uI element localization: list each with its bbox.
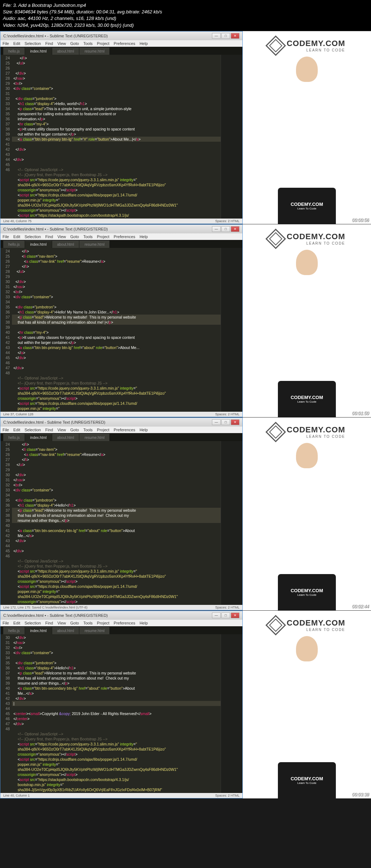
editor-tab[interactable]: resume.html	[79, 47, 109, 55]
minimap[interactable]	[221, 55, 242, 219]
editor-tab[interactable]: hello.js	[3, 47, 25, 55]
editor-tab[interactable]: about.html	[52, 434, 79, 441]
presenter-body: CODEMY.COM Learn To Code	[278, 762, 336, 798]
menu-item[interactable]: Tools	[83, 234, 93, 239]
logo-subtitle: LEARN TO CODE	[287, 241, 345, 245]
menu-item[interactable]: Help	[139, 621, 148, 625]
editor-tab[interactable]: hello.js	[3, 627, 25, 634]
maximize-button[interactable]: □	[221, 419, 230, 425]
code-content[interactable]: </li> </ul> </div> </nav> <br/> <div cla…	[12, 55, 221, 219]
minimap[interactable]	[221, 248, 242, 412]
menu-item[interactable]: Goto	[70, 621, 79, 625]
menu-item[interactable]: Find	[45, 41, 53, 46]
menu-item[interactable]: Selection	[25, 41, 41, 46]
menu-item[interactable]: Goto	[70, 428, 79, 432]
logo-icon	[266, 615, 286, 635]
presenter-panel: CODEMY.COM LEARN TO CODE CODEMY.COM Lear…	[243, 611, 371, 798]
menu-item[interactable]: Tools	[83, 428, 93, 432]
tabbar: hello.jsindex.htmlabout.htmlresume.html	[0, 240, 242, 248]
editor-tab[interactable]: index.html	[25, 241, 52, 248]
editor-tab[interactable]: resume.html	[79, 434, 109, 441]
minimize-button[interactable]: —	[212, 33, 221, 39]
maximize-button[interactable]: □	[221, 612, 230, 618]
menu-item[interactable]: Preferences	[114, 621, 135, 625]
code-editor[interactable]: 30 31 32 33 34 35 36 37 38 39 40 41 42 4…	[0, 634, 242, 793]
menu-item[interactable]: Goto	[70, 234, 79, 239]
menu-item[interactable]: View	[57, 234, 66, 239]
close-button[interactable]: ✕	[231, 33, 239, 39]
menu-item[interactable]: Selection	[25, 428, 41, 432]
close-button[interactable]: ✕	[231, 226, 239, 232]
maximize-button[interactable]: □	[221, 33, 230, 39]
maximize-button[interactable]: □	[221, 226, 230, 232]
logo-subtitle: LEARN TO CODE	[287, 435, 345, 439]
menu-item[interactable]: View	[57, 41, 66, 46]
titlebar[interactable]: C:\nodefiles\index.html - Sublime Text (…	[0, 418, 242, 427]
statusbar: Line 40, Column 75 Spaces: 2 HTML	[0, 219, 242, 224]
code-editor[interactable]: 24 25 26 27 28 29 30 31 32 33 34 35 36 3…	[0, 248, 242, 412]
menu-item[interactable]: Find	[45, 621, 53, 625]
titlebar[interactable]: C:\nodefiles\index.html • - Sublime Text…	[0, 32, 242, 40]
menu-item[interactable]: Selection	[25, 621, 41, 625]
menu-item[interactable]: Edit	[13, 234, 20, 239]
menu-item[interactable]: Tools	[83, 41, 93, 46]
menu-item[interactable]: Project	[97, 41, 109, 46]
editor-tab[interactable]: hello.js	[3, 241, 25, 248]
menu-item[interactable]: Help	[139, 428, 148, 432]
minimap[interactable]	[221, 634, 242, 793]
editor-tab[interactable]: about.html	[52, 627, 79, 634]
titlebar[interactable]: C:\nodefiles\index.html • - Sublime Text…	[0, 611, 242, 620]
logo-text: CODEMY.COM	[287, 232, 345, 241]
minimap[interactable]	[221, 441, 242, 605]
menu-item[interactable]: Find	[45, 428, 53, 432]
menu-item[interactable]: Edit	[13, 41, 20, 46]
editor-tab[interactable]: about.html	[52, 47, 79, 55]
menu-item[interactable]: Find	[45, 234, 53, 239]
minimize-button[interactable]: —	[212, 612, 221, 618]
close-button[interactable]: ✕	[231, 612, 239, 618]
editor-tab[interactable]: index.html	[25, 47, 52, 55]
presenter-panel: CODEMY.COM LEARN TO CODE CODEMY.COM Lear…	[243, 31, 371, 224]
code-editor[interactable]: 24 25 26 27 28 29 30 31 32 33 34 35 36 3…	[0, 55, 242, 219]
menu-item[interactable]: File	[3, 41, 9, 46]
menu-item[interactable]: Preferences	[114, 41, 135, 46]
menu-item[interactable]: Project	[97, 234, 109, 239]
menu-item[interactable]: File	[3, 621, 9, 625]
code-content[interactable]: </li> <li class="nav-item"> <a class="na…	[12, 441, 221, 605]
editor-tab[interactable]: resume.html	[79, 627, 109, 634]
code-editor[interactable]: 24 25 26 27 28 29 30 31 32 33 34 35 36 3…	[0, 441, 242, 605]
codemy-logo: CODEMY.COM LEARN TO CODE	[268, 38, 345, 53]
editor-tab[interactable]: index.html	[25, 627, 52, 634]
menu-item[interactable]: File	[3, 234, 9, 239]
menu-item[interactable]: Help	[139, 234, 148, 239]
menu-item[interactable]: Project	[97, 428, 109, 432]
editor-tab[interactable]: hello.js	[3, 434, 25, 441]
menu-item[interactable]: Selection	[25, 234, 41, 239]
menu-item[interactable]: View	[57, 621, 66, 625]
editor-tab[interactable]: index.html	[25, 434, 52, 441]
code-content[interactable]: </div> </nav> <br/> <div class="containe…	[12, 634, 221, 793]
minimize-button[interactable]: —	[212, 226, 221, 232]
logo-text: CODEMY.COM	[287, 618, 345, 628]
menu-item[interactable]: Preferences	[114, 234, 135, 239]
menu-item[interactable]: Tools	[83, 621, 93, 625]
menu-item[interactable]: File	[3, 428, 9, 432]
logo-text: CODEMY.COM	[287, 425, 345, 435]
tshirt-subtitle: Learn To Code	[297, 400, 316, 403]
status-right: Spaces: 2 HTML	[215, 606, 239, 609]
menu-item[interactable]: Goto	[70, 41, 79, 46]
close-button[interactable]: ✕	[231, 419, 239, 425]
titlebar[interactable]: C:\nodefiles\index.html • - Sublime Text…	[0, 225, 242, 233]
menu-item[interactable]: Preferences	[114, 428, 135, 432]
window-title: C:\nodefiles\index.html • - Sublime Text…	[3, 613, 108, 618]
editor-tab[interactable]: about.html	[52, 241, 79, 248]
menu-item[interactable]: Project	[97, 621, 109, 625]
editor-window: C:\nodefiles\index.html - Sublime Text (…	[0, 418, 243, 610]
menu-item[interactable]: View	[57, 428, 66, 432]
menu-item[interactable]: Edit	[13, 428, 20, 432]
menu-item[interactable]: Edit	[13, 621, 20, 625]
code-content[interactable]: </li> <li class="nav-item"> <a class="na…	[12, 248, 221, 412]
menu-item[interactable]: Help	[139, 41, 148, 46]
minimize-button[interactable]: —	[212, 419, 221, 425]
editor-tab[interactable]: resume.html	[79, 241, 109, 248]
